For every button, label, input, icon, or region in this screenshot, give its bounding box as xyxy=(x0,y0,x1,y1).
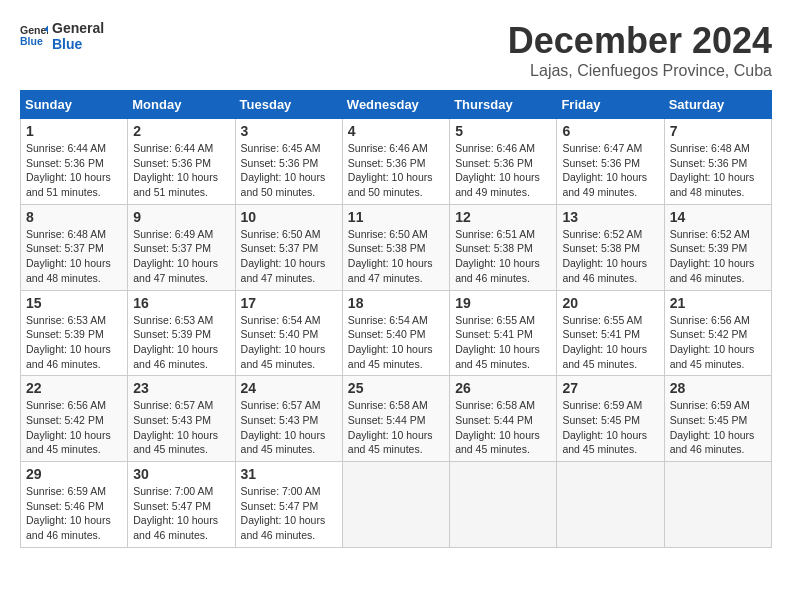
calendar-day-11: 11 Sunrise: 6:50 AM Sunset: 5:38 PM Dayl… xyxy=(342,204,449,290)
weekday-header-friday: Friday xyxy=(557,91,664,119)
calendar-day-6: 6 Sunrise: 6:47 AM Sunset: 5:36 PM Dayli… xyxy=(557,119,664,205)
calendar-day-30: 30 Sunrise: 7:00 AM Sunset: 5:47 PM Dayl… xyxy=(128,462,235,548)
logo-icon: General Blue xyxy=(20,22,48,50)
day-info: Sunrise: 6:59 AM Sunset: 5:45 PM Dayligh… xyxy=(670,398,766,457)
day-number: 7 xyxy=(670,123,766,139)
day-info: Sunrise: 6:59 AM Sunset: 5:46 PM Dayligh… xyxy=(26,484,122,543)
calendar-day-26: 26 Sunrise: 6:58 AM Sunset: 5:44 PM Dayl… xyxy=(450,376,557,462)
day-number: 2 xyxy=(133,123,229,139)
day-number: 22 xyxy=(26,380,122,396)
calendar-day-18: 18 Sunrise: 6:54 AM Sunset: 5:40 PM Dayl… xyxy=(342,290,449,376)
day-number: 3 xyxy=(241,123,337,139)
day-info: Sunrise: 6:50 AM Sunset: 5:38 PM Dayligh… xyxy=(348,227,444,286)
day-info: Sunrise: 6:59 AM Sunset: 5:45 PM Dayligh… xyxy=(562,398,658,457)
day-info: Sunrise: 6:56 AM Sunset: 5:42 PM Dayligh… xyxy=(670,313,766,372)
calendar-table: SundayMondayTuesdayWednesdayThursdayFrid… xyxy=(20,90,772,548)
calendar-week-1: 1 Sunrise: 6:44 AM Sunset: 5:36 PM Dayli… xyxy=(21,119,772,205)
calendar-day-empty xyxy=(664,462,771,548)
calendar-day-empty xyxy=(450,462,557,548)
calendar-day-28: 28 Sunrise: 6:59 AM Sunset: 5:45 PM Dayl… xyxy=(664,376,771,462)
weekday-header-thursday: Thursday xyxy=(450,91,557,119)
calendar-day-20: 20 Sunrise: 6:55 AM Sunset: 5:41 PM Dayl… xyxy=(557,290,664,376)
day-info: Sunrise: 6:48 AM Sunset: 5:36 PM Dayligh… xyxy=(670,141,766,200)
day-number: 29 xyxy=(26,466,122,482)
day-number: 15 xyxy=(26,295,122,311)
day-info: Sunrise: 6:55 AM Sunset: 5:41 PM Dayligh… xyxy=(562,313,658,372)
day-info: Sunrise: 6:49 AM Sunset: 5:37 PM Dayligh… xyxy=(133,227,229,286)
day-number: 9 xyxy=(133,209,229,225)
day-info: Sunrise: 6:44 AM Sunset: 5:36 PM Dayligh… xyxy=(26,141,122,200)
day-number: 21 xyxy=(670,295,766,311)
calendar-day-13: 13 Sunrise: 6:52 AM Sunset: 5:38 PM Dayl… xyxy=(557,204,664,290)
calendar-day-5: 5 Sunrise: 6:46 AM Sunset: 5:36 PM Dayli… xyxy=(450,119,557,205)
day-number: 30 xyxy=(133,466,229,482)
calendar-day-27: 27 Sunrise: 6:59 AM Sunset: 5:45 PM Dayl… xyxy=(557,376,664,462)
calendar-day-3: 3 Sunrise: 6:45 AM Sunset: 5:36 PM Dayli… xyxy=(235,119,342,205)
day-info: Sunrise: 6:46 AM Sunset: 5:36 PM Dayligh… xyxy=(455,141,551,200)
day-info: Sunrise: 6:57 AM Sunset: 5:43 PM Dayligh… xyxy=(133,398,229,457)
header: General Blue General Blue December 2024 … xyxy=(20,20,772,80)
calendar-day-4: 4 Sunrise: 6:46 AM Sunset: 5:36 PM Dayli… xyxy=(342,119,449,205)
calendar-day-22: 22 Sunrise: 6:56 AM Sunset: 5:42 PM Dayl… xyxy=(21,376,128,462)
day-info: Sunrise: 7:00 AM Sunset: 5:47 PM Dayligh… xyxy=(241,484,337,543)
logo: General Blue General Blue xyxy=(20,20,104,52)
calendar-day-2: 2 Sunrise: 6:44 AM Sunset: 5:36 PM Dayli… xyxy=(128,119,235,205)
title-area: December 2024 Lajas, Cienfuegos Province… xyxy=(508,20,772,80)
calendar-day-15: 15 Sunrise: 6:53 AM Sunset: 5:39 PM Dayl… xyxy=(21,290,128,376)
calendar-day-12: 12 Sunrise: 6:51 AM Sunset: 5:38 PM Dayl… xyxy=(450,204,557,290)
weekday-header-sunday: Sunday xyxy=(21,91,128,119)
day-info: Sunrise: 6:48 AM Sunset: 5:37 PM Dayligh… xyxy=(26,227,122,286)
day-info: Sunrise: 6:54 AM Sunset: 5:40 PM Dayligh… xyxy=(348,313,444,372)
day-info: Sunrise: 6:51 AM Sunset: 5:38 PM Dayligh… xyxy=(455,227,551,286)
day-number: 4 xyxy=(348,123,444,139)
calendar-day-21: 21 Sunrise: 6:56 AM Sunset: 5:42 PM Dayl… xyxy=(664,290,771,376)
day-number: 1 xyxy=(26,123,122,139)
day-info: Sunrise: 7:00 AM Sunset: 5:47 PM Dayligh… xyxy=(133,484,229,543)
day-number: 25 xyxy=(348,380,444,396)
calendar-day-8: 8 Sunrise: 6:48 AM Sunset: 5:37 PM Dayli… xyxy=(21,204,128,290)
day-number: 13 xyxy=(562,209,658,225)
day-number: 10 xyxy=(241,209,337,225)
day-number: 24 xyxy=(241,380,337,396)
weekday-header-tuesday: Tuesday xyxy=(235,91,342,119)
calendar-day-empty xyxy=(342,462,449,548)
calendar-day-1: 1 Sunrise: 6:44 AM Sunset: 5:36 PM Dayli… xyxy=(21,119,128,205)
day-info: Sunrise: 6:58 AM Sunset: 5:44 PM Dayligh… xyxy=(348,398,444,457)
day-info: Sunrise: 6:47 AM Sunset: 5:36 PM Dayligh… xyxy=(562,141,658,200)
weekday-header-monday: Monday xyxy=(128,91,235,119)
day-info: Sunrise: 6:56 AM Sunset: 5:42 PM Dayligh… xyxy=(26,398,122,457)
day-number: 27 xyxy=(562,380,658,396)
day-number: 11 xyxy=(348,209,444,225)
calendar-day-10: 10 Sunrise: 6:50 AM Sunset: 5:37 PM Dayl… xyxy=(235,204,342,290)
weekday-header-saturday: Saturday xyxy=(664,91,771,119)
day-number: 18 xyxy=(348,295,444,311)
day-number: 23 xyxy=(133,380,229,396)
calendar-week-3: 15 Sunrise: 6:53 AM Sunset: 5:39 PM Dayl… xyxy=(21,290,772,376)
day-number: 5 xyxy=(455,123,551,139)
day-info: Sunrise: 6:53 AM Sunset: 5:39 PM Dayligh… xyxy=(133,313,229,372)
day-info: Sunrise: 6:46 AM Sunset: 5:36 PM Dayligh… xyxy=(348,141,444,200)
calendar-day-29: 29 Sunrise: 6:59 AM Sunset: 5:46 PM Dayl… xyxy=(21,462,128,548)
day-info: Sunrise: 6:58 AM Sunset: 5:44 PM Dayligh… xyxy=(455,398,551,457)
day-number: 14 xyxy=(670,209,766,225)
calendar-day-7: 7 Sunrise: 6:48 AM Sunset: 5:36 PM Dayli… xyxy=(664,119,771,205)
weekday-header-row: SundayMondayTuesdayWednesdayThursdayFrid… xyxy=(21,91,772,119)
svg-text:Blue: Blue xyxy=(20,35,43,47)
day-number: 6 xyxy=(562,123,658,139)
day-info: Sunrise: 6:50 AM Sunset: 5:37 PM Dayligh… xyxy=(241,227,337,286)
calendar-day-25: 25 Sunrise: 6:58 AM Sunset: 5:44 PM Dayl… xyxy=(342,376,449,462)
day-number: 26 xyxy=(455,380,551,396)
calendar-day-24: 24 Sunrise: 6:57 AM Sunset: 5:43 PM Dayl… xyxy=(235,376,342,462)
day-info: Sunrise: 6:45 AM Sunset: 5:36 PM Dayligh… xyxy=(241,141,337,200)
calendar-week-4: 22 Sunrise: 6:56 AM Sunset: 5:42 PM Dayl… xyxy=(21,376,772,462)
day-number: 31 xyxy=(241,466,337,482)
logo-general: General xyxy=(52,20,104,36)
calendar-day-23: 23 Sunrise: 6:57 AM Sunset: 5:43 PM Dayl… xyxy=(128,376,235,462)
calendar-day-16: 16 Sunrise: 6:53 AM Sunset: 5:39 PM Dayl… xyxy=(128,290,235,376)
day-number: 17 xyxy=(241,295,337,311)
day-info: Sunrise: 6:54 AM Sunset: 5:40 PM Dayligh… xyxy=(241,313,337,372)
weekday-header-wednesday: Wednesday xyxy=(342,91,449,119)
calendar-day-19: 19 Sunrise: 6:55 AM Sunset: 5:41 PM Dayl… xyxy=(450,290,557,376)
day-number: 8 xyxy=(26,209,122,225)
location-title: Lajas, Cienfuegos Province, Cuba xyxy=(508,62,772,80)
